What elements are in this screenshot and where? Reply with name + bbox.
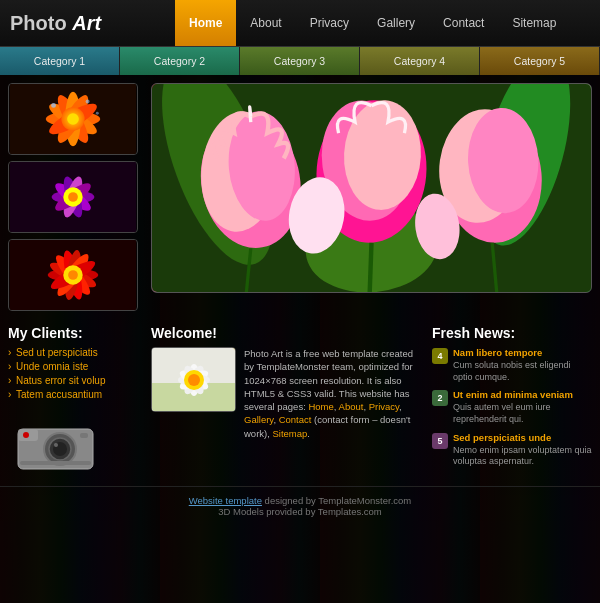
footer-template-link[interactable]: Website template [189, 495, 262, 506]
category-3[interactable]: Category 3 [240, 47, 360, 75]
welcome-link-gallery[interactable]: Gallery [244, 414, 273, 425]
site-title: Photo Art [10, 12, 165, 35]
footer: Website template designed by TemplateMon… [0, 486, 600, 523]
svg-line-46 [369, 243, 371, 292]
camera-icon [8, 411, 108, 476]
svg-point-66 [188, 374, 200, 386]
client-link-4[interactable]: Tatem accusantium [8, 389, 143, 400]
news-badge-3: 5 [432, 433, 448, 449]
welcome-text: Photo Art is a free web template created… [244, 347, 424, 440]
svg-point-9 [51, 103, 56, 108]
category-bar: Category 1 Category 2 Category 3 Categor… [0, 47, 600, 75]
news-content-2: Ut enim ad minima veniam Quis autem vel … [453, 389, 592, 425]
thumb-2[interactable] [8, 161, 138, 233]
news-content-1: Nam libero tempore Cum soluta nobis est … [453, 347, 592, 383]
svg-rect-54 [80, 433, 88, 438]
nav-gallery[interactable]: Gallery [363, 0, 429, 46]
welcome-link-privacy[interactable]: Privacy [369, 401, 399, 412]
footer-line-2: 3D Models provided by Templates.com [0, 506, 600, 517]
site-title-photo: Photo [10, 12, 67, 34]
welcome-link-contact[interactable]: Contact [279, 414, 312, 425]
svg-point-10 [86, 100, 90, 104]
news-item-1: 4 Nam libero tempore Cum soluta nobis es… [432, 347, 592, 383]
welcome-column: Welcome! [151, 325, 424, 478]
news-link-2[interactable]: Ut enim ad minima veniam [453, 389, 592, 400]
nav-privacy[interactable]: Privacy [296, 0, 363, 46]
thumb-1[interactable] [8, 83, 138, 155]
footer-line-1-suffix: designed by TemplateMonster.com [265, 495, 412, 506]
news-text-3: Nemo enim ipsam voluptatem quia voluptas… [453, 445, 592, 468]
svg-point-29 [68, 270, 78, 280]
main-nav: Home About Privacy Gallery Contact Sitem… [175, 0, 570, 46]
main-area [0, 75, 600, 325]
client-link-3[interactable]: Natus error sit volup [8, 375, 143, 386]
clients-heading: My Clients: [8, 325, 143, 341]
svg-point-8 [67, 113, 79, 125]
svg-point-11 [96, 112, 99, 115]
news-heading: Fresh News: [432, 325, 592, 341]
nav-home[interactable]: Home [175, 0, 236, 46]
welcome-link-home[interactable]: Home [308, 401, 333, 412]
clients-column: My Clients: Sed ut perspiciatis Unde omn… [8, 325, 143, 478]
welcome-thumbnail [151, 347, 236, 412]
center-content [151, 83, 592, 317]
svg-rect-56 [20, 461, 91, 465]
footer-line-1: Website template designed by TemplateMon… [0, 495, 600, 506]
category-5[interactable]: Category 5 [480, 47, 600, 75]
welcome-link-sitemap[interactable]: Sitemap [273, 428, 308, 439]
news-link-3[interactable]: Sed perspiciatis unde [453, 432, 592, 443]
nav-sitemap[interactable]: Sitemap [498, 0, 570, 46]
svg-point-53 [54, 443, 58, 447]
category-2[interactable]: Category 2 [120, 47, 240, 75]
news-badge-2: 2 [432, 390, 448, 406]
nav-about[interactable]: About [236, 0, 295, 46]
category-4[interactable]: Category 4 [360, 47, 480, 75]
news-content-3: Sed perspiciatis unde Nemo enim ipsam vo… [453, 432, 592, 468]
site-title-art: Art [72, 12, 101, 34]
category-1[interactable]: Category 1 [0, 47, 120, 75]
nav-contact[interactable]: Contact [429, 0, 498, 46]
news-text-2: Quis autem vel eum iure reprehenderit qu… [453, 402, 592, 425]
thumb-3[interactable] [8, 239, 138, 311]
hero-image [151, 83, 592, 293]
client-link-2[interactable]: Unde omnia iste [8, 361, 143, 372]
svg-point-19 [68, 192, 78, 202]
news-item-3: 5 Sed perspiciatis unde Nemo enim ipsam … [432, 432, 592, 468]
news-text-1: Cum soluta nobis est eligendi optio cumq… [453, 360, 592, 383]
news-item-2: 2 Ut enim ad minima veniam Quis autem ve… [432, 389, 592, 425]
svg-point-55 [23, 432, 29, 438]
welcome-heading: Welcome! [151, 325, 424, 341]
welcome-link-about[interactable]: About [339, 401, 364, 412]
news-link-1[interactable]: Nam libero tempore [453, 347, 592, 358]
news-badge-1: 4 [432, 348, 448, 364]
welcome-inner: Photo Art is a free web template created… [151, 347, 424, 440]
header: Photo Art Home About Privacy Gallery Con… [0, 0, 600, 47]
news-column: Fresh News: 4 Nam libero tempore Cum sol… [432, 325, 592, 478]
client-link-1[interactable]: Sed ut perspiciatis [8, 347, 143, 358]
thumbnail-sidebar [8, 83, 143, 317]
bottom-section: My Clients: Sed ut perspiciatis Unde omn… [0, 325, 600, 486]
clients-links: Sed ut perspiciatis Unde omnia iste Natu… [8, 347, 143, 400]
